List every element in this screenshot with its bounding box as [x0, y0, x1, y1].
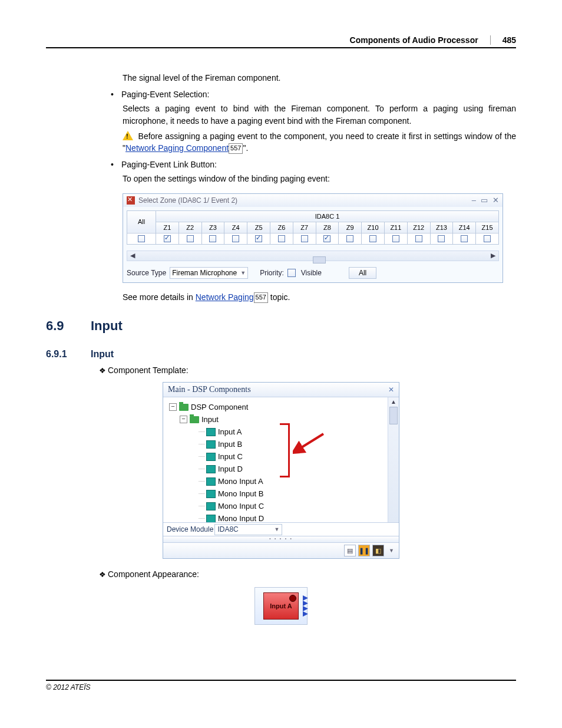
header-title: Components of Audio Processor [350, 35, 478, 45]
bullet-dot-icon: • [111, 160, 121, 169]
tree-item[interactable]: ┈┈Mono Input C [199, 500, 399, 512]
paragraph: Selects a paging event to bind with the … [123, 103, 516, 127]
close-icon[interactable]: ✕ [388, 386, 394, 394]
zone-checkbox[interactable] [476, 233, 499, 244]
device-module-bar: Device Module IDA8C ▼ [163, 522, 399, 536]
paragraph: To open the settings window of the bindi… [123, 173, 516, 185]
zone-checkbox[interactable] [407, 233, 430, 244]
window-title: Main - DSP Components [168, 385, 251, 394]
zone-checkbox[interactable] [247, 233, 270, 244]
bullet-item: • Paging-Event Link Button: [111, 160, 516, 169]
tree-label: Input D [218, 465, 243, 473]
visible-checkbox[interactable] [287, 269, 296, 277]
device-module-value: IDA8C [217, 525, 238, 533]
scroll-right-icon[interactable]: ▶ [488, 252, 498, 259]
component-appearance-label: ❖Component Appearance: [99, 569, 516, 579]
leaf-icon [206, 515, 216, 523]
horizontal-scrollbar[interactable]: ◀ ▶ [127, 251, 499, 261]
text: See more details in [123, 292, 196, 302]
zone-col: Z4 [224, 222, 247, 233]
zone-checkbox[interactable] [156, 233, 179, 244]
paragraph: See more details in Network Paging557 to… [123, 291, 516, 303]
tree-item[interactable]: ┈┈Mono Input A [199, 475, 399, 487]
component-template-label: ❖Component Template: [99, 365, 516, 375]
device-header: IDA8C 1 [156, 210, 499, 222]
source-type-select[interactable]: Fireman Microphone ▼ [170, 267, 248, 279]
tree-body: − DSP Component − Input ┈┈Input A ┈┈Inpu… [163, 397, 399, 522]
zone-col: Z14 [453, 222, 476, 233]
close-icon[interactable]: ✕ [492, 196, 499, 205]
tree-label: Mono Input B [218, 489, 263, 498]
bullet-text: Paging-Event Link Button: [121, 160, 217, 169]
tree-label: Mono Input A [218, 477, 263, 486]
tree-item[interactable]: ┈┈Input D [199, 463, 399, 475]
zone-checkbox[interactable] [201, 233, 224, 244]
component-appearance-block: Input A [254, 587, 308, 625]
scroll-up-icon[interactable]: ▲ [388, 397, 399, 407]
scroll-thumb[interactable] [313, 256, 326, 263]
tool-icon-3[interactable]: ◧ [372, 545, 384, 556]
tree-item[interactable]: ┈┈Mono Input D [199, 512, 399, 522]
zone-checkbox[interactable] [270, 233, 293, 244]
grip-handle[interactable]: • • • • • [163, 536, 399, 542]
tool-icon-1[interactable]: ▤ [344, 545, 356, 556]
bullet-text: Paging-Event Selection: [121, 90, 209, 99]
device-module-select[interactable]: IDA8C ▼ [214, 524, 282, 535]
leaf-icon [206, 453, 216, 461]
window-title: Select Zone (IDA8C 1/ Event 2) [138, 196, 467, 205]
all-header[interactable]: All [127, 210, 156, 233]
zone-col: Z1 [156, 222, 179, 233]
all-button[interactable]: All [349, 267, 376, 279]
output-port-icon[interactable] [303, 595, 309, 617]
tree-root[interactable]: − DSP Component [169, 401, 399, 413]
zone-checkbox[interactable] [224, 233, 247, 244]
bullet-item: • Paging-Event Selection: [111, 90, 516, 99]
tool-icon-2[interactable]: ❚❚ [358, 545, 370, 556]
zone-all-checkbox[interactable] [127, 233, 156, 244]
tree-label: Input A [218, 427, 242, 436]
diamond-bullet-icon: ❖ [99, 366, 106, 375]
window-titlebar: Select Zone (IDA8C 1/ Event 2) – ▭ ✕ [123, 194, 503, 207]
leaf-icon [206, 465, 216, 473]
network-paging-component-link[interactable]: Network Paging Component [125, 143, 229, 153]
leaf-icon [206, 490, 216, 498]
component-label: Input A [270, 602, 292, 610]
header-page-number: 485 [490, 35, 516, 45]
vertical-scrollbar[interactable]: ▲ [388, 397, 399, 522]
paragraph: The signal level of the Fireman componen… [123, 72, 516, 84]
zone-checkbox[interactable] [384, 233, 407, 244]
maximize-icon[interactable]: ▭ [481, 196, 488, 205]
zone-checkbox[interactable] [293, 233, 316, 244]
page-ref: 557 [229, 143, 243, 154]
zone-checkbox[interactable] [316, 233, 339, 244]
warning-text-b: ". [243, 143, 248, 153]
zone-checkbox[interactable] [430, 233, 453, 244]
zone-table: All IDA8C 1 Z1 Z2 Z3 Z4 Z5 Z6 Z7 Z8 Z9 Z… [127, 210, 499, 245]
zone-checkbox[interactable] [453, 233, 476, 244]
zone-col: Z10 [362, 222, 385, 233]
zone-checkbox[interactable] [339, 233, 362, 244]
source-type-label: Source Type [127, 269, 166, 277]
subsection-title: Input [91, 349, 114, 360]
component-node[interactable]: Input A [263, 592, 299, 620]
annotation-arrow-icon [293, 431, 328, 455]
section-heading: 6.9 Input [46, 318, 516, 334]
tree-label: Input C [218, 452, 243, 461]
scroll-thumb[interactable] [389, 407, 398, 424]
chevron-down-icon[interactable]: ▼ [389, 548, 394, 554]
leaf-icon [206, 440, 216, 449]
tree-item[interactable]: ┈┈Mono Input B [199, 487, 399, 500]
zone-col: Z5 [247, 222, 270, 233]
network-paging-link[interactable]: Network Paging [196, 292, 254, 302]
leaf-icon [206, 428, 216, 436]
priority-label: Priority: [260, 269, 284, 277]
minimize-icon[interactable]: – [472, 196, 476, 205]
scroll-left-icon[interactable]: ◀ [127, 252, 138, 259]
zone-col: Z12 [407, 222, 430, 233]
zone-col: Z7 [293, 222, 316, 233]
zone-checkbox[interactable] [178, 233, 201, 244]
collapse-icon[interactable]: − [169, 403, 177, 411]
collapse-icon[interactable]: − [180, 416, 187, 423]
zone-checkbox[interactable] [362, 233, 385, 244]
leaf-icon [206, 477, 216, 486]
